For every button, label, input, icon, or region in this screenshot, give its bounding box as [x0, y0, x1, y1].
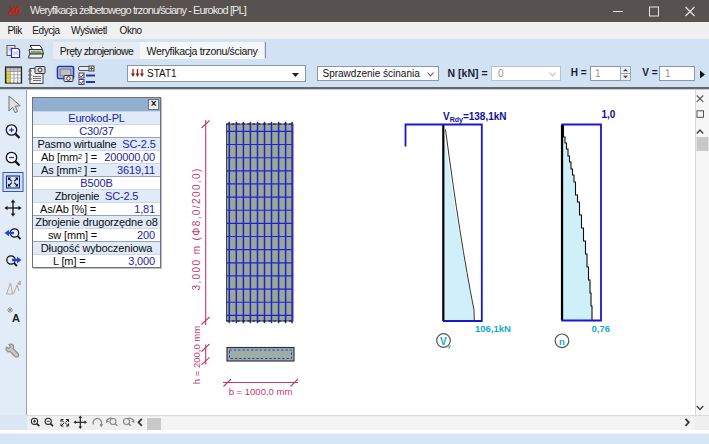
- svg-text:106,1kN: 106,1kN: [475, 323, 511, 334]
- svg-text:3,000 m (Φ8,0/200,0): 3,000 m (Φ8,0/200,0): [191, 167, 202, 290]
- svg-text:y: y: [448, 343, 452, 349]
- svg-text:h = 200,0 mm: h = 200,0 mm: [191, 326, 202, 384]
- svg-text:n: n: [559, 336, 565, 347]
- svg-text:0,76: 0,76: [592, 323, 611, 334]
- svg-text:b = 1000,0 mm: b = 1000,0 mm: [229, 386, 293, 397]
- svg-text:VRdy=138,1kN: VRdy=138,1kN: [443, 111, 507, 124]
- svg-text:A: A: [12, 312, 20, 324]
- svg-text:1,0: 1,0: [602, 109, 616, 120]
- svg-text:V: V: [440, 336, 447, 347]
